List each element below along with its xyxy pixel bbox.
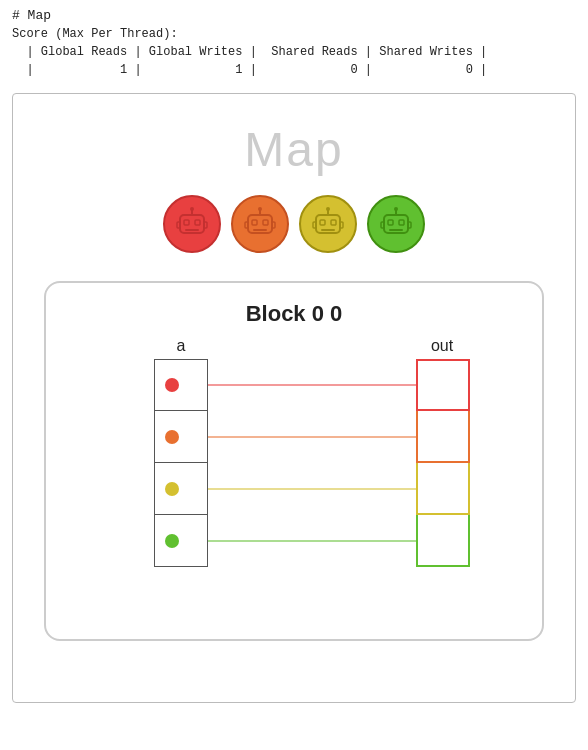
dot-icon: [165, 430, 179, 444]
page-title: # Map: [12, 8, 576, 23]
score-label: Score (Max Per Thread):: [12, 27, 576, 41]
svg-rect-7: [204, 222, 207, 228]
array-a-cell: [154, 515, 208, 567]
robots-row: [163, 195, 425, 253]
svg-rect-18: [331, 220, 336, 225]
col-label-a: a: [166, 337, 196, 355]
svg-rect-1: [184, 220, 189, 225]
svg-rect-10: [263, 220, 268, 225]
svg-rect-11: [253, 229, 267, 231]
array-out-cell: [416, 515, 470, 567]
block-title: Block 0 0: [46, 301, 542, 327]
svg-point-21: [326, 207, 330, 211]
block-container: Block 0 0 a out: [44, 281, 544, 641]
svg-point-5: [190, 207, 194, 211]
array-out: [416, 359, 470, 567]
svg-rect-14: [245, 222, 248, 228]
dot-icon: [165, 534, 179, 548]
score-table: | Global Reads | Global Writes | Shared …: [12, 43, 576, 79]
svg-point-13: [258, 207, 262, 211]
robot-icon: [163, 195, 221, 253]
dot-icon: [165, 378, 179, 392]
map-title: Map: [244, 122, 343, 177]
svg-rect-27: [389, 229, 403, 231]
svg-rect-26: [399, 220, 404, 225]
robot-icon: [231, 195, 289, 253]
array-a-cell: [154, 463, 208, 515]
svg-rect-19: [321, 229, 335, 231]
header: # Map Score (Max Per Thread): | Global R…: [0, 0, 588, 85]
svg-rect-25: [388, 220, 393, 225]
svg-rect-6: [177, 222, 180, 228]
svg-rect-2: [195, 220, 200, 225]
main-canvas: Map: [12, 93, 576, 703]
array-a-cell: [154, 411, 208, 463]
block-inner: a out: [46, 337, 542, 627]
svg-rect-30: [381, 222, 384, 228]
svg-rect-17: [320, 220, 325, 225]
array-a: [154, 359, 208, 567]
col-label-out: out: [422, 337, 462, 355]
robot-icon: [367, 195, 425, 253]
svg-point-29: [394, 207, 398, 211]
svg-rect-23: [340, 222, 343, 228]
array-out-cell: [416, 463, 470, 515]
svg-rect-31: [408, 222, 411, 228]
svg-rect-3: [185, 229, 199, 231]
dot-icon: [165, 482, 179, 496]
svg-rect-22: [313, 222, 316, 228]
svg-rect-9: [252, 220, 257, 225]
robot-icon: [299, 195, 357, 253]
svg-rect-15: [272, 222, 275, 228]
array-out-cell: [416, 411, 470, 463]
array-a-cell: [154, 359, 208, 411]
array-out-cell: [416, 359, 470, 411]
